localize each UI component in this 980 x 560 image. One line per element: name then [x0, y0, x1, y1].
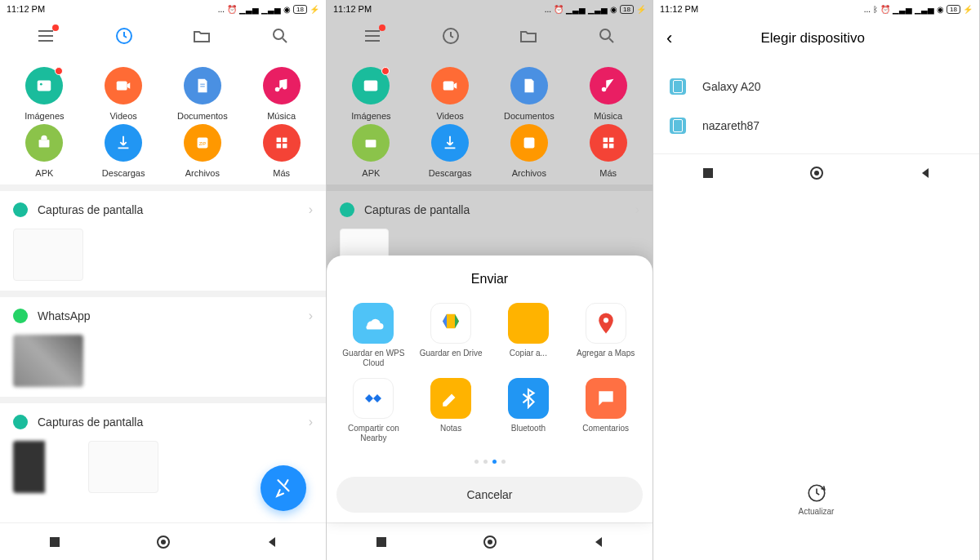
share-comments[interactable]: Comentarios [568, 378, 643, 443]
nav-home[interactable] [155, 534, 172, 550]
category-more[interactable]: Más [243, 124, 319, 178]
cancel-button[interactable]: Cancelar [336, 477, 643, 513]
share-notes[interactable]: Notas [414, 378, 488, 443]
section-header[interactable]: Capturas de pantalla › [0, 403, 326, 441]
status-right: ... ⏰ ▁▃▅ ▁▃▅ ◉ 18 ⚡ [545, 5, 646, 14]
signal-icon: ▁▃▅ [893, 5, 912, 14]
thumbnail-row [0, 229, 326, 291]
device-item[interactable]: Galaxy A20 [653, 67, 979, 106]
alarm-icon: ⏰ [554, 5, 564, 14]
phone-screen-1: 11:12 PM ... ⏰ ▁▃▅ ▁▃▅ ◉ 18 ⚡ Imágenes V… [0, 0, 326, 560]
share-sheet: Enviar Guardar en WPS Cloud Guardar en D… [327, 256, 653, 522]
share-nearby[interactable]: Compartir con Nearby [336, 378, 411, 443]
notification-dot [52, 24, 59, 31]
status-bar: 11:12 PM ... ᛒ ⏰ ▁▃▅ ▁▃▅ ◉ 18 ⚡ [653, 0, 979, 18]
menu-icon[interactable] [36, 26, 56, 46]
chevron-right-icon: › [635, 202, 639, 217]
svg-point-28 [488, 540, 492, 544]
status-time: 11:12 PM [7, 4, 45, 14]
device-picker-header: ‹ Elegir dispositivo [653, 18, 979, 59]
wifi-icon: ◉ [610, 5, 617, 14]
wifi-icon: ◉ [937, 5, 944, 14]
signal-icon: ▁▃▅ [915, 5, 934, 14]
category-grid: Imágenes Videos Documentos Música APK De… [0, 54, 326, 184]
category-archives[interactable]: ZIPArchivos [165, 124, 241, 178]
category-more[interactable]: Más [570, 124, 646, 178]
status-bar: 11:12 PM ... ⏰ ▁▃▅ ▁▃▅ ◉ 18 ⚡ [0, 0, 326, 18]
notification-dot [381, 67, 390, 75]
device-item[interactable]: nazareth87 [653, 106, 979, 145]
category-downloads[interactable]: Descargas [412, 124, 488, 178]
svg-rect-21 [603, 138, 608, 143]
signal-icon: ▁▃▅ [239, 5, 259, 14]
svg-rect-4 [117, 82, 127, 91]
category-videos[interactable]: Videos [412, 67, 488, 121]
svg-rect-26 [376, 537, 386, 547]
share-drive[interactable]: Guardar en Drive [414, 303, 488, 368]
nav-back[interactable] [264, 534, 280, 550]
nav-back[interactable] [590, 534, 607, 550]
section-header[interactable]: Capturas de pantalla › [0, 191, 326, 229]
section-header[interactable]: Capturas de pantalla › [327, 191, 653, 229]
status-right: ... ᛒ ⏰ ▁▃▅ ▁▃▅ ◉ 18 ⚡ [864, 5, 973, 14]
share-wps-cloud[interactable]: Guardar en WPS Cloud [336, 303, 411, 368]
top-toolbar [327, 18, 653, 54]
category-documents[interactable]: Documentos [492, 67, 568, 121]
share-bluetooth[interactable]: Bluetooth [492, 378, 566, 443]
svg-rect-24 [609, 144, 614, 149]
nav-recent[interactable] [373, 534, 390, 550]
nav-back[interactable] [917, 165, 933, 181]
menu-icon[interactable] [363, 26, 382, 46]
thumbnail[interactable] [13, 441, 83, 493]
nav-recent[interactable] [47, 534, 63, 550]
svg-rect-22 [609, 138, 614, 143]
svg-point-16 [600, 29, 610, 39]
nav-home[interactable] [808, 165, 825, 181]
search-icon[interactable] [270, 26, 290, 46]
category-videos[interactable]: Videos [86, 67, 162, 121]
alarm-icon: ⏰ [880, 5, 890, 14]
search-icon[interactable] [597, 26, 617, 46]
category-images[interactable]: Imágenes [7, 67, 82, 121]
svg-rect-30 [703, 168, 713, 178]
thumbnail[interactable] [13, 335, 83, 387]
category-apk[interactable]: APK [333, 124, 409, 178]
bluetooth-icon: ᛒ [873, 5, 878, 14]
clean-fab[interactable] [261, 465, 306, 511]
thumbnail[interactable] [88, 441, 158, 493]
share-copy[interactable]: Copiar a... [492, 303, 566, 368]
recent-icon[interactable] [114, 26, 134, 46]
status-right: ... ⏰ ▁▃▅ ▁▃▅ ◉ 18 ⚡ [218, 5, 319, 14]
folder-icon[interactable] [192, 26, 212, 46]
wifi-icon: ◉ [283, 5, 291, 14]
back-button[interactable]: ‹ [666, 28, 672, 49]
svg-rect-20 [523, 138, 534, 149]
recent-icon[interactable] [441, 26, 461, 46]
category-downloads[interactable]: Descargas [86, 124, 162, 178]
svg-rect-12 [50, 537, 60, 547]
nav-recent[interactable] [700, 165, 716, 181]
signal-icon: ▁▃▅ [261, 5, 281, 14]
thumbnail[interactable] [13, 229, 83, 281]
category-music[interactable]: Música [243, 67, 319, 121]
section-header[interactable]: WhatsApp › [0, 297, 326, 335]
category-archives[interactable]: Archivos [492, 124, 568, 178]
svg-rect-10 [276, 144, 281, 149]
signal-icon: ▁▃▅ [566, 5, 586, 14]
svg-rect-23 [603, 144, 608, 149]
device-list: Galaxy A20 nazareth87 [653, 59, 979, 153]
nav-home[interactable] [482, 534, 498, 550]
alarm-icon: ⏰ [227, 5, 237, 14]
signal-icon: ▁▃▅ [588, 5, 608, 14]
chevron-right-icon: › [309, 415, 313, 429]
category-apk[interactable]: APK [7, 124, 82, 178]
folder-icon[interactable] [519, 26, 538, 46]
category-music[interactable]: Música [570, 67, 646, 121]
chevron-right-icon: › [309, 309, 313, 323]
content: Imágenes Videos Documentos Música APK De… [0, 54, 326, 522]
battery-indicator: 18 [947, 5, 960, 14]
category-images[interactable]: Imágenes [333, 67, 409, 121]
category-documents[interactable]: Documentos [165, 67, 241, 121]
share-maps[interactable]: Agregar a Maps [568, 303, 643, 368]
refresh-button[interactable]: Actualizar [653, 482, 979, 516]
